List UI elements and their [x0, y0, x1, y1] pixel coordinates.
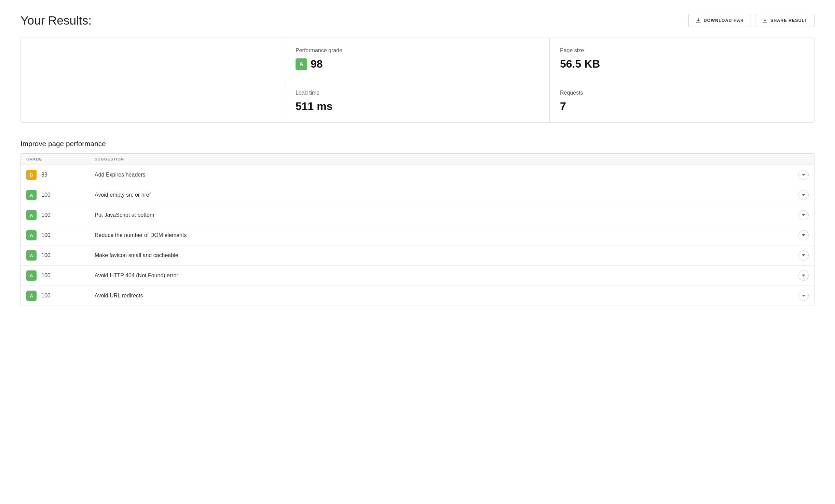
- row-grade-badge: A: [26, 190, 37, 200]
- page-header: Your Results: DOWNLOAD HAR SHARE RESULT: [20, 14, 815, 27]
- chevron-down-icon: [802, 254, 805, 256]
- row-grade-section: A 100: [26, 190, 95, 200]
- table-row: A 100 Reduce the number of DOM elements: [21, 225, 814, 246]
- requests-label: Requests: [560, 90, 804, 96]
- header-buttons: DOWNLOAD HAR SHARE RESULT: [688, 14, 815, 27]
- table-row: A 100 Make favicon small and cacheable: [21, 246, 814, 266]
- page-size-label: Page size: [560, 47, 804, 54]
- expand-row-button[interactable]: [798, 190, 809, 200]
- expand-row-button[interactable]: [798, 250, 809, 261]
- expand-row-button[interactable]: [798, 170, 809, 180]
- load-time-value: 511 ms: [296, 100, 539, 113]
- expand-row-button[interactable]: [798, 291, 809, 301]
- row-score: 100: [41, 293, 53, 299]
- row-suggestion: Reduce the number of DOM elements: [95, 232, 792, 238]
- row-suggestion: Avoid URL redirects: [95, 293, 792, 299]
- row-grade-badge: B: [26, 170, 37, 180]
- performance-score: 98: [311, 58, 323, 70]
- row-grade-section: A 100: [26, 291, 95, 301]
- row-grade-badge: A: [26, 291, 37, 301]
- row-grade-badge: A: [26, 230, 37, 240]
- chevron-down-icon: [802, 174, 805, 176]
- row-score: 89: [41, 172, 53, 178]
- results-grid: Performance grade A 98 Page size 56.5 KB…: [20, 38, 815, 123]
- chevron-down-icon: [802, 234, 805, 236]
- row-score: 100: [41, 192, 53, 198]
- table-row: B 89 Add Expires headers: [21, 165, 814, 185]
- improve-section: Improve page performance GRADE SUGGESTIO…: [20, 140, 815, 306]
- grade-badge-a: A: [296, 58, 307, 70]
- col-header-suggestion: SUGGESTION: [95, 157, 809, 161]
- col-header-grade: GRADE: [26, 157, 95, 161]
- row-suggestion: Avoid empty src or href: [95, 192, 792, 198]
- page-size-value: 56.5 KB: [560, 58, 804, 70]
- row-grade-section: A 100: [26, 250, 95, 261]
- chevron-down-icon: [802, 214, 805, 216]
- performance-grade-cell: Performance grade A 98: [285, 38, 550, 80]
- expand-row-button[interactable]: [798, 230, 809, 240]
- row-score: 100: [41, 252, 53, 258]
- row-grade-badge: A: [26, 270, 37, 281]
- download-har-button[interactable]: DOWNLOAD HAR: [688, 14, 751, 27]
- chevron-down-icon: [802, 194, 805, 196]
- row-score: 100: [41, 232, 53, 238]
- row-score: 100: [41, 272, 53, 279]
- row-grade-badge: A: [26, 250, 37, 261]
- table-row: A 100 Avoid empty src or href: [21, 185, 814, 205]
- table-row: A 100 Avoid URL redirects: [21, 286, 814, 306]
- performance-grade-value: A 98: [296, 58, 539, 70]
- suggestions-table: GRADE SUGGESTION B 89 Add Expires header…: [20, 153, 815, 306]
- page-title: Your Results:: [20, 14, 682, 27]
- load-time-cell: Load time 511 ms: [285, 80, 550, 122]
- expand-row-button[interactable]: [798, 210, 809, 220]
- row-suggestion: Avoid HTTP 404 (Not Found) error: [95, 272, 792, 279]
- row-suggestion: Add Expires headers: [95, 172, 792, 178]
- row-grade-section: B 89: [26, 170, 95, 180]
- table-row: A 100 Avoid HTTP 404 (Not Found) error: [21, 266, 814, 286]
- chevron-down-icon: [802, 275, 805, 277]
- row-grade-section: A 100: [26, 210, 95, 220]
- row-grade-section: A 100: [26, 230, 95, 240]
- table-body: B 89 Add Expires headers A 100 Avoid emp…: [21, 165, 814, 306]
- requests-value: 7: [560, 100, 804, 113]
- chevron-down-icon: [802, 295, 805, 297]
- download-icon: [696, 18, 701, 23]
- screenshot-cell: [21, 38, 285, 122]
- load-time-label: Load time: [296, 90, 539, 96]
- share-result-button[interactable]: SHARE RESULT: [755, 14, 815, 27]
- performance-grade-label: Performance grade: [296, 47, 539, 54]
- row-grade-section: A 100: [26, 270, 95, 281]
- table-header: GRADE SUGGESTION: [21, 154, 814, 165]
- share-icon: [762, 18, 768, 23]
- table-row: A 100 Put JavaScript at bottom: [21, 205, 814, 225]
- row-suggestion: Put JavaScript at bottom: [95, 212, 792, 218]
- requests-cell: Requests 7: [550, 80, 814, 122]
- expand-row-button[interactable]: [798, 270, 809, 281]
- row-suggestion: Make favicon small and cacheable: [95, 252, 792, 258]
- page-size-cell: Page size 56.5 KB: [550, 38, 814, 80]
- row-score: 100: [41, 212, 53, 218]
- row-grade-badge: A: [26, 210, 37, 220]
- improve-section-title: Improve page performance: [20, 140, 815, 148]
